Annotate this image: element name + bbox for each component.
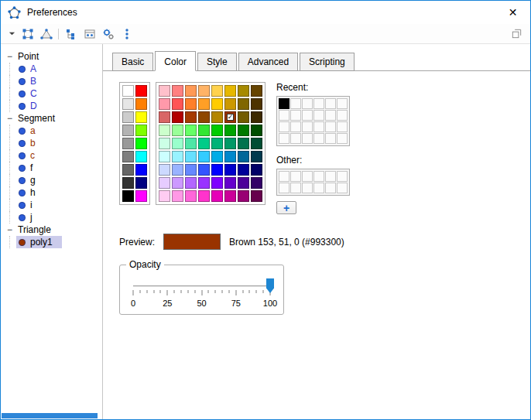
tree-item-c[interactable]: c (1, 149, 102, 162)
color-swatch[interactable] (185, 177, 197, 189)
color-swatch[interactable] (238, 164, 249, 176)
color-swatch[interactable] (198, 85, 210, 97)
color-swatch[interactable] (224, 138, 236, 149)
color-swatch[interactable] (172, 151, 183, 162)
color-swatch[interactable] (172, 190, 183, 202)
slider-track[interactable] (133, 285, 270, 287)
custom-color-cell[interactable] (279, 183, 289, 193)
color-swatch[interactable] (172, 177, 183, 189)
color-swatch[interactable] (251, 125, 262, 136)
color-swatch[interactable] (172, 164, 183, 176)
color-swatch[interactable] (198, 164, 210, 176)
custom-color-cell[interactable] (302, 133, 313, 144)
custom-color-cell[interactable] (279, 133, 289, 144)
color-swatch[interactable] (135, 85, 147, 97)
color-swatch[interactable] (238, 85, 249, 97)
color-swatch[interactable] (211, 164, 223, 176)
color-swatch[interactable] (238, 190, 249, 202)
more-options-icon[interactable] (120, 27, 133, 40)
tree-item-f[interactable]: f (1, 162, 102, 174)
tree-item-B[interactable]: B (1, 75, 102, 87)
color-swatch[interactable] (224, 190, 236, 202)
color-swatch[interactable] (159, 111, 170, 123)
custom-color-cell[interactable] (279, 110, 289, 121)
color-swatch[interactable] (211, 151, 223, 162)
custom-color-cell[interactable] (302, 171, 313, 182)
color-swatch[interactable] (159, 125, 170, 136)
custom-color-cell[interactable] (313, 171, 324, 182)
tree-item-C[interactable]: C (1, 87, 102, 100)
vertices-tool-icon[interactable] (21, 27, 34, 40)
tree-item-g[interactable]: g (1, 174, 102, 186)
color-swatch[interactable] (185, 138, 197, 149)
tab-style[interactable]: Style (197, 53, 237, 71)
custom-color-cell[interactable] (325, 98, 336, 109)
color-swatch[interactable] (211, 98, 223, 110)
close-button[interactable]: ✕ (495, 1, 530, 24)
color-swatch[interactable] (159, 151, 170, 162)
color-swatch[interactable] (238, 125, 249, 136)
color-swatch[interactable] (135, 190, 147, 202)
tree-item-h[interactable]: h (1, 186, 102, 199)
color-swatch[interactable] (211, 111, 223, 123)
color-swatch[interactable] (135, 177, 147, 189)
custom-color-cell[interactable] (290, 110, 301, 121)
color-swatch[interactable] (122, 85, 134, 97)
custom-color-cell[interactable] (313, 183, 324, 193)
color-swatch[interactable] (172, 85, 183, 97)
color-swatch[interactable] (159, 177, 170, 189)
color-swatch[interactable] (211, 190, 223, 202)
color-swatch[interactable] (159, 85, 170, 97)
color-swatch[interactable] (159, 190, 170, 202)
custom-color-cell[interactable] (313, 133, 324, 144)
custom-color-cell[interactable] (290, 133, 301, 144)
color-swatch[interactable] (122, 190, 134, 202)
color-swatch[interactable] (185, 85, 197, 97)
tree-group-segment[interactable]: −Segment (1, 112, 102, 125)
color-swatch[interactable] (251, 85, 262, 97)
custom-color-cell[interactable] (290, 183, 301, 193)
color-swatch[interactable] (172, 138, 183, 149)
color-swatch[interactable] (224, 164, 236, 176)
color-swatch[interactable] (198, 138, 210, 149)
tree-item-A[interactable]: A (1, 63, 102, 75)
color-swatch[interactable] (251, 177, 262, 189)
detach-panel-icon[interactable] (510, 27, 523, 40)
custom-color-cell[interactable] (325, 110, 336, 121)
settings-gears-icon[interactable] (101, 27, 115, 40)
color-swatch[interactable]: ✓ (224, 111, 236, 123)
color-swatch[interactable] (185, 125, 197, 136)
custom-color-cell[interactable] (313, 121, 324, 132)
color-swatch[interactable] (198, 190, 210, 202)
color-swatch[interactable] (198, 98, 210, 110)
tree-item-poly1[interactable]: poly1 (1, 236, 102, 248)
tab-advanced[interactable]: Advanced (238, 53, 298, 71)
object-tree-icon[interactable] (64, 27, 77, 40)
color-swatch[interactable] (238, 177, 249, 189)
custom-color-cell[interactable] (302, 110, 313, 121)
color-swatch[interactable] (185, 98, 197, 110)
custom-color-cell[interactable] (313, 98, 324, 109)
color-swatch[interactable] (135, 151, 147, 162)
color-swatch[interactable] (135, 111, 147, 123)
color-swatch[interactable] (211, 138, 223, 149)
color-swatch[interactable] (238, 138, 249, 149)
color-swatch[interactable] (122, 98, 134, 110)
color-swatch[interactable] (198, 111, 210, 123)
color-swatch[interactable] (122, 177, 134, 189)
color-swatch[interactable] (211, 85, 223, 97)
color-swatch[interactable] (238, 111, 249, 123)
color-swatch[interactable] (185, 190, 197, 202)
custom-color-cell[interactable] (337, 171, 348, 182)
color-swatch[interactable] (224, 177, 236, 189)
color-swatch[interactable] (198, 151, 210, 162)
color-swatch[interactable] (251, 190, 262, 202)
tab-color[interactable]: Color (155, 51, 196, 71)
custom-color-cell[interactable] (290, 171, 301, 182)
color-swatch[interactable] (211, 125, 223, 136)
custom-color-cell[interactable] (337, 133, 348, 144)
color-swatch[interactable] (224, 98, 236, 110)
collapse-icon[interactable]: − (6, 53, 13, 60)
custom-color-cell[interactable] (302, 121, 313, 132)
color-swatch[interactable] (135, 125, 147, 136)
